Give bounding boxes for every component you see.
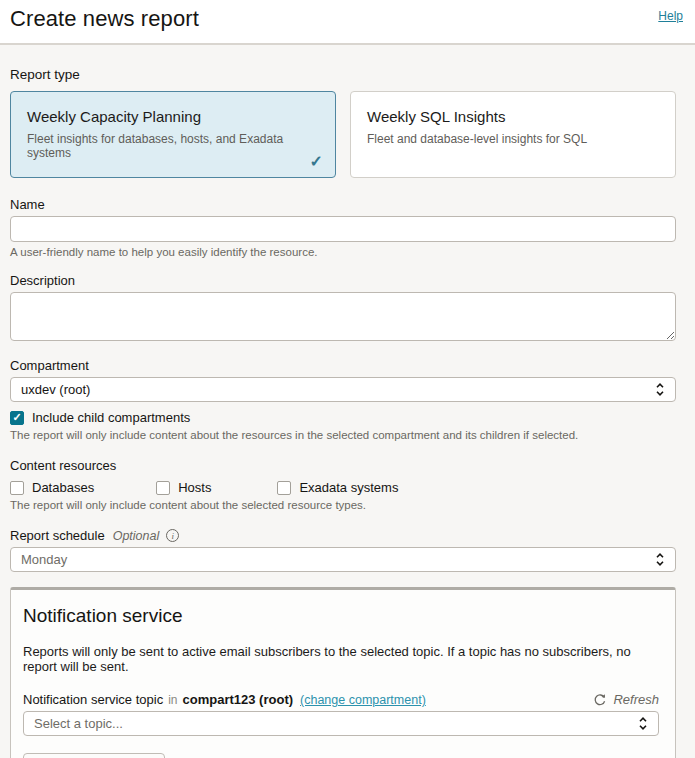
- report-schedule-selected-value: Monday: [21, 552, 67, 567]
- refresh-label: Refresh: [613, 692, 659, 707]
- card-description: Fleet insights for databases, hosts, and…: [27, 132, 319, 160]
- hosts-checkbox[interactable]: [156, 481, 170, 495]
- create-new-topic-button[interactable]: Create new topic: [23, 753, 165, 758]
- include-child-compartments-label: Include child compartments: [32, 410, 190, 425]
- report-schedule-label-row: Report schedule Optional i: [10, 528, 676, 543]
- help-link[interactable]: Help: [658, 9, 683, 23]
- card-title: Weekly Capacity Planning: [27, 108, 319, 125]
- exadata-systems-label: Exadata systems: [299, 480, 398, 495]
- optional-label: Optional: [113, 529, 160, 543]
- report-type-cards: Weekly Capacity Planning Fleet insights …: [10, 91, 676, 178]
- name-input[interactable]: [10, 216, 676, 242]
- topic-in-label: in: [168, 693, 177, 707]
- info-circle-icon[interactable]: i: [166, 529, 179, 542]
- description-label: Description: [10, 273, 676, 288]
- notification-service-section: Notification service Reports will only b…: [10, 587, 676, 758]
- name-label: Name: [10, 197, 676, 212]
- chevron-up-down-icon: [655, 382, 665, 397]
- description-input[interactable]: [10, 292, 676, 341]
- report-type-card-weekly-sql-insights[interactable]: Weekly SQL Insights Fleet and database-l…: [350, 91, 676, 178]
- page-title: Create news report: [10, 6, 199, 32]
- compartment-label: Compartment: [10, 358, 676, 373]
- databases-label: Databases: [32, 480, 94, 495]
- compartment-selected-value: uxdev (root): [21, 382, 90, 397]
- selected-check-icon: ✓: [310, 152, 323, 171]
- topic-label-row: Notification service topic in compart123…: [23, 692, 659, 707]
- report-type-card-weekly-capacity-planning[interactable]: Weekly Capacity Planning Fleet insights …: [10, 91, 336, 178]
- refresh-icon: [593, 693, 607, 707]
- content-resources-label: Content resources: [10, 458, 676, 473]
- content-resources-row: Databases Hosts Exadata systems: [10, 480, 676, 495]
- report-schedule-label: Report schedule: [10, 528, 105, 543]
- card-title: Weekly SQL Insights: [367, 108, 659, 125]
- content-resources-helper-text: The report will only include content abo…: [10, 499, 676, 511]
- topic-compartment-name: compart123 (root): [183, 692, 294, 707]
- exadata-systems-checkbox[interactable]: [277, 481, 291, 495]
- include-child-compartments-checkbox[interactable]: [10, 411, 24, 425]
- form-body: Report type Weekly Capacity Planning Fle…: [0, 67, 695, 758]
- card-description: Fleet and database-level insights for SQ…: [367, 132, 659, 146]
- name-helper-text: A user-friendly name to help you easily …: [10, 246, 676, 258]
- topic-placeholder: Select a topic...: [34, 716, 123, 731]
- page-header: Create news report Help: [0, 0, 695, 43]
- databases-checkbox[interactable]: [10, 481, 24, 495]
- topic-label: Notification service topic: [23, 692, 163, 707]
- change-compartment-link[interactable]: (change compartment): [300, 693, 426, 707]
- compartment-select[interactable]: uxdev (root): [10, 377, 676, 402]
- compartment-helper-text: The report will only include content abo…: [10, 429, 676, 441]
- notification-service-description: Reports will only be sent to active emai…: [23, 644, 659, 674]
- include-child-compartments-row: Include child compartments: [10, 410, 676, 425]
- chevron-up-down-icon: [655, 552, 665, 567]
- topic-select[interactable]: Select a topic...: [23, 711, 659, 736]
- notification-service-heading: Notification service: [23, 605, 659, 627]
- hosts-label: Hosts: [178, 480, 211, 495]
- header-divider: [0, 43, 695, 45]
- refresh-button[interactable]: Refresh: [593, 692, 659, 707]
- chevron-up-down-icon: [638, 716, 648, 731]
- report-schedule-select[interactable]: Monday: [10, 547, 676, 572]
- report-type-label: Report type: [10, 67, 676, 82]
